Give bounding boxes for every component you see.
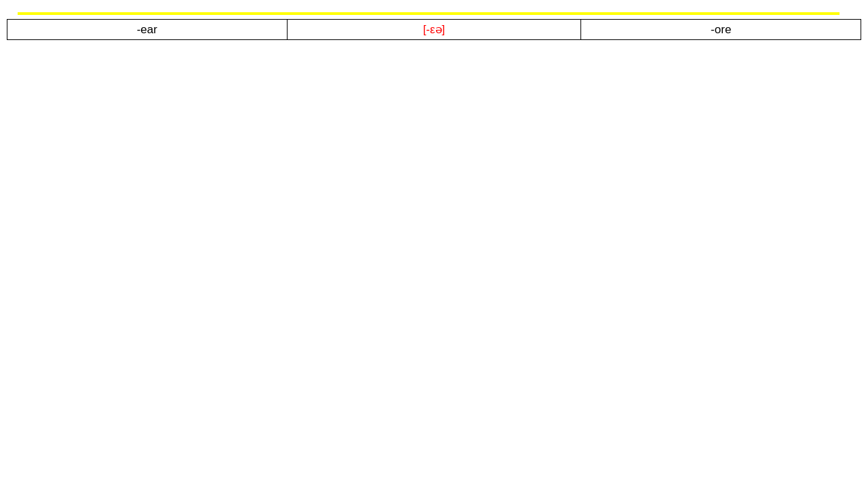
- ore-header: [-εə]: [287, 20, 581, 40]
- group-highlight: [18, 12, 840, 15]
- orn-header: -ore: [581, 20, 861, 40]
- ear-header: -ear: [7, 20, 288, 40]
